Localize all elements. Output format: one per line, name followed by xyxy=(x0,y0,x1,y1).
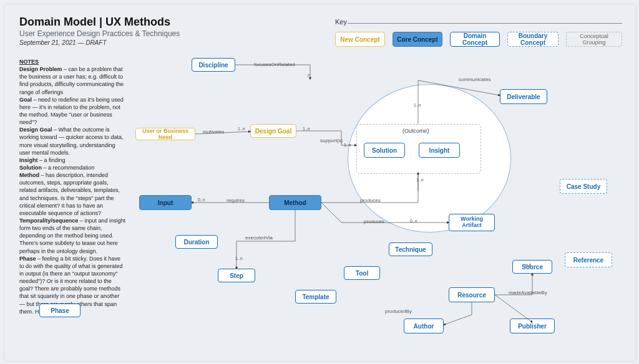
key-new-concept: New Concept xyxy=(335,32,385,47)
node-input: Input xyxy=(139,195,192,210)
node-user-business-need: User or Business Need xyxy=(135,128,195,140)
card-n1: n xyxy=(308,73,310,77)
node-author: Author xyxy=(404,318,444,333)
edge-communicates: communicates xyxy=(459,77,491,82)
node-resource: Resource xyxy=(449,287,495,302)
node-duration: Duration xyxy=(175,235,218,249)
key-conceptual-group: Conceptual Grouping xyxy=(566,32,622,47)
node-reference: Reference xyxy=(565,252,612,267)
card-1n3: 1..n xyxy=(344,143,351,147)
node-source: Source xyxy=(512,260,552,274)
edge-madeavail: madeAvailableBy xyxy=(509,290,547,295)
card-1n4: 1..n xyxy=(414,103,421,107)
card-1n5: 1..n xyxy=(416,178,424,182)
key-label: Key xyxy=(335,18,347,26)
node-step: Step xyxy=(218,269,255,282)
page-title: Domain Model | UX Methods xyxy=(19,16,170,29)
edge-requires: requires xyxy=(227,198,245,203)
card-1n1: 1..n xyxy=(238,127,245,131)
node-case-study: Case Study xyxy=(560,179,607,194)
key-line xyxy=(348,23,622,24)
node-method: Method xyxy=(269,195,321,210)
card-0n1: 0..n xyxy=(198,198,205,202)
card-1n6: 1..n xyxy=(235,256,243,261)
node-technique: Technique xyxy=(389,242,432,256)
notes-block: NOTES Design Problem – can be a problem … xyxy=(19,58,125,315)
edge-producedby: producedBy xyxy=(385,309,412,314)
edge-produces-1: produces xyxy=(360,198,381,203)
edge-isa: isA xyxy=(525,262,532,268)
diagram-frame: Domain Model | UX Methods User Experienc… xyxy=(4,4,637,362)
node-template: Template xyxy=(295,290,336,304)
notes-heading: NOTES xyxy=(19,59,39,65)
node-solution: Solution xyxy=(364,143,405,158)
key-core-concept: Core Concept xyxy=(393,32,442,47)
node-design-goal: Design Goal xyxy=(250,124,296,138)
edge-focuses: focusesOnRelated xyxy=(254,62,295,67)
node-tool: Tool xyxy=(344,266,380,280)
node-publisher: Publisher xyxy=(510,318,555,333)
edge-supports: support(s) xyxy=(320,138,343,143)
outcome-label: (Outcome) xyxy=(402,128,429,134)
node-phase: Phase xyxy=(39,304,80,317)
node-deliverable: Deliverable xyxy=(500,89,547,104)
card-1n2: 1..n xyxy=(303,127,310,131)
node-discipline: Discipline xyxy=(192,58,235,72)
card-0n2: 0..n xyxy=(410,219,417,223)
page-subtitle: User Experience Design Practices & Techn… xyxy=(19,29,180,38)
node-insight: Insight xyxy=(419,143,460,158)
edge-motivates: motivates xyxy=(203,129,224,135)
edge-produces-2: produces xyxy=(364,219,384,224)
node-working-artifact: Working Artifact xyxy=(449,214,495,231)
edge-executed: executedVia xyxy=(245,235,273,241)
page-date: September 21, 2021 — DRAFT xyxy=(19,39,107,46)
key-domain-concept: Domain Concept xyxy=(450,32,500,47)
key-boundary-concept: Boundary Concept xyxy=(507,32,559,47)
